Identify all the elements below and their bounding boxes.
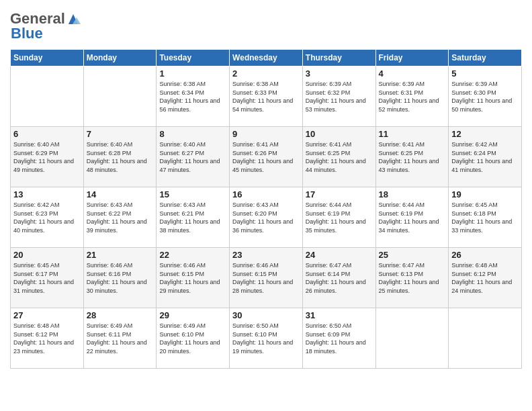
calendar-cell: 19Sunrise: 6:45 AM Sunset: 6:18 PM Dayli…	[449, 187, 522, 248]
day-number: 14	[87, 189, 154, 199]
day-number: 6	[13, 129, 81, 139]
calendar-cell: 27Sunrise: 6:48 AM Sunset: 6:12 PM Dayli…	[11, 308, 84, 369]
calendar-cell: 2Sunrise: 6:38 AM Sunset: 6:33 PM Daylig…	[230, 66, 303, 127]
day-number: 27	[13, 310, 81, 320]
day-number: 4	[379, 68, 446, 79]
calendar-cell: 22Sunrise: 6:46 AM Sunset: 6:15 PM Dayli…	[157, 248, 230, 308]
day-info: Sunrise: 6:50 AM Sunset: 6:09 PM Dayligh…	[306, 322, 373, 355]
day-number: 21	[87, 250, 154, 260]
calendar-table: SundayMondayTuesdayWednesdayThursdayFrid…	[10, 49, 522, 369]
day-number: 11	[379, 129, 446, 139]
day-number: 18	[379, 189, 446, 199]
day-info: Sunrise: 6:41 AM Sunset: 6:25 PM Dayligh…	[379, 140, 446, 174]
calendar-cell	[83, 66, 157, 127]
day-info: Sunrise: 6:44 AM Sunset: 6:19 PM Dayligh…	[306, 201, 373, 234]
weekday-header-monday: Monday	[83, 50, 157, 66]
day-number: 17	[306, 189, 373, 199]
day-number: 28	[87, 310, 154, 320]
day-number: 10	[306, 129, 373, 139]
logo: General Blue	[10, 10, 81, 42]
day-number: 16	[232, 189, 300, 199]
weekday-header-friday: Friday	[375, 50, 449, 66]
day-number: 22	[159, 250, 226, 260]
weekday-header-saturday: Saturday	[449, 50, 522, 66]
day-info: Sunrise: 6:40 AM Sunset: 6:29 PM Dayligh…	[13, 140, 81, 174]
day-number: 7	[87, 129, 154, 139]
day-info: Sunrise: 6:39 AM Sunset: 6:30 PM Dayligh…	[451, 80, 519, 113]
calendar-cell: 11Sunrise: 6:41 AM Sunset: 6:25 PM Dayli…	[375, 127, 449, 187]
calendar-cell	[11, 66, 84, 127]
day-number: 23	[232, 250, 300, 260]
day-number: 31	[306, 310, 373, 320]
calendar-cell: 24Sunrise: 6:47 AM Sunset: 6:14 PM Dayli…	[302, 248, 375, 308]
calendar-cell: 13Sunrise: 6:42 AM Sunset: 6:23 PM Dayli…	[11, 187, 84, 248]
calendar-cell	[375, 308, 449, 369]
day-info: Sunrise: 6:47 AM Sunset: 6:14 PM Dayligh…	[306, 261, 373, 295]
calendar-cell: 7Sunrise: 6:40 AM Sunset: 6:28 PM Daylig…	[83, 127, 157, 187]
weekday-header-tuesday: Tuesday	[157, 50, 230, 66]
calendar-cell: 6Sunrise: 6:40 AM Sunset: 6:29 PM Daylig…	[11, 127, 84, 187]
day-info: Sunrise: 6:46 AM Sunset: 6:15 PM Dayligh…	[159, 261, 226, 295]
day-info: Sunrise: 6:48 AM Sunset: 6:12 PM Dayligh…	[451, 261, 519, 295]
weekday-header-thursday: Thursday	[302, 50, 375, 66]
day-info: Sunrise: 6:40 AM Sunset: 6:27 PM Dayligh…	[159, 140, 226, 174]
calendar-cell: 3Sunrise: 6:39 AM Sunset: 6:32 PM Daylig…	[302, 66, 375, 127]
calendar-cell: 28Sunrise: 6:49 AM Sunset: 6:11 PM Dayli…	[83, 308, 157, 369]
calendar-cell: 18Sunrise: 6:44 AM Sunset: 6:19 PM Dayli…	[375, 187, 449, 248]
calendar-cell: 4Sunrise: 6:39 AM Sunset: 6:31 PM Daylig…	[375, 66, 449, 127]
day-number: 19	[451, 189, 519, 199]
day-number: 29	[159, 310, 226, 320]
day-number: 3	[306, 68, 373, 79]
calendar-cell: 1Sunrise: 6:38 AM Sunset: 6:34 PM Daylig…	[157, 66, 230, 127]
day-info: Sunrise: 6:39 AM Sunset: 6:32 PM Dayligh…	[306, 80, 373, 113]
day-info: Sunrise: 6:45 AM Sunset: 6:18 PM Dayligh…	[451, 201, 519, 234]
day-info: Sunrise: 6:43 AM Sunset: 6:21 PM Dayligh…	[159, 201, 226, 234]
day-info: Sunrise: 6:42 AM Sunset: 6:23 PM Dayligh…	[13, 201, 81, 234]
calendar-cell: 30Sunrise: 6:50 AM Sunset: 6:10 PM Dayli…	[230, 308, 303, 369]
day-info: Sunrise: 6:49 AM Sunset: 6:10 PM Dayligh…	[159, 322, 226, 355]
day-info: Sunrise: 6:49 AM Sunset: 6:11 PM Dayligh…	[87, 322, 154, 355]
weekday-header-wednesday: Wednesday	[230, 50, 303, 66]
day-number: 5	[451, 68, 519, 79]
day-number: 20	[13, 250, 81, 260]
day-info: Sunrise: 6:40 AM Sunset: 6:28 PM Dayligh…	[87, 140, 154, 174]
calendar-cell: 14Sunrise: 6:43 AM Sunset: 6:22 PM Dayli…	[83, 187, 157, 248]
logo-blue-part: Blue	[10, 25, 43, 42]
calendar-cell: 16Sunrise: 6:43 AM Sunset: 6:20 PM Dayli…	[230, 187, 303, 248]
calendar-cell: 15Sunrise: 6:43 AM Sunset: 6:21 PM Dayli…	[157, 187, 230, 248]
day-info: Sunrise: 6:45 AM Sunset: 6:17 PM Dayligh…	[13, 261, 81, 295]
day-number: 24	[306, 250, 373, 260]
logo-icon	[66, 11, 81, 26]
calendar-cell: 10Sunrise: 6:41 AM Sunset: 6:25 PM Dayli…	[302, 127, 375, 187]
day-info: Sunrise: 6:43 AM Sunset: 6:20 PM Dayligh…	[232, 201, 300, 234]
weekday-header-sunday: Sunday	[11, 50, 84, 66]
day-number: 8	[159, 129, 226, 139]
day-info: Sunrise: 6:47 AM Sunset: 6:13 PM Dayligh…	[379, 261, 446, 295]
day-number: 9	[232, 129, 300, 139]
day-number: 30	[232, 310, 300, 320]
day-info: Sunrise: 6:44 AM Sunset: 6:19 PM Dayligh…	[379, 201, 446, 234]
day-info: Sunrise: 6:38 AM Sunset: 6:33 PM Dayligh…	[232, 80, 300, 113]
calendar-cell: 23Sunrise: 6:46 AM Sunset: 6:15 PM Dayli…	[230, 248, 303, 308]
calendar-cell: 20Sunrise: 6:45 AM Sunset: 6:17 PM Dayli…	[11, 248, 84, 308]
page-header: General Blue	[10, 10, 522, 42]
day-info: Sunrise: 6:41 AM Sunset: 6:25 PM Dayligh…	[306, 140, 373, 174]
day-info: Sunrise: 6:46 AM Sunset: 6:15 PM Dayligh…	[232, 261, 300, 295]
calendar-cell: 26Sunrise: 6:48 AM Sunset: 6:12 PM Dayli…	[449, 248, 522, 308]
calendar-cell: 9Sunrise: 6:41 AM Sunset: 6:26 PM Daylig…	[230, 127, 303, 187]
day-number: 15	[159, 189, 226, 199]
calendar-cell: 17Sunrise: 6:44 AM Sunset: 6:19 PM Dayli…	[302, 187, 375, 248]
calendar-cell	[449, 308, 522, 369]
day-info: Sunrise: 6:42 AM Sunset: 6:24 PM Dayligh…	[451, 140, 519, 174]
day-info: Sunrise: 6:39 AM Sunset: 6:31 PM Dayligh…	[379, 80, 446, 113]
day-info: Sunrise: 6:50 AM Sunset: 6:10 PM Dayligh…	[232, 322, 300, 355]
calendar-cell: 31Sunrise: 6:50 AM Sunset: 6:09 PM Dayli…	[302, 308, 375, 369]
day-info: Sunrise: 6:38 AM Sunset: 6:34 PM Dayligh…	[159, 80, 226, 113]
day-number: 1	[159, 68, 226, 79]
day-number: 2	[232, 68, 300, 79]
calendar-cell: 25Sunrise: 6:47 AM Sunset: 6:13 PM Dayli…	[375, 248, 449, 308]
day-info: Sunrise: 6:48 AM Sunset: 6:12 PM Dayligh…	[13, 322, 81, 355]
day-info: Sunrise: 6:41 AM Sunset: 6:26 PM Dayligh…	[232, 140, 300, 174]
calendar-cell: 29Sunrise: 6:49 AM Sunset: 6:10 PM Dayli…	[157, 308, 230, 369]
calendar-cell: 8Sunrise: 6:40 AM Sunset: 6:27 PM Daylig…	[157, 127, 230, 187]
